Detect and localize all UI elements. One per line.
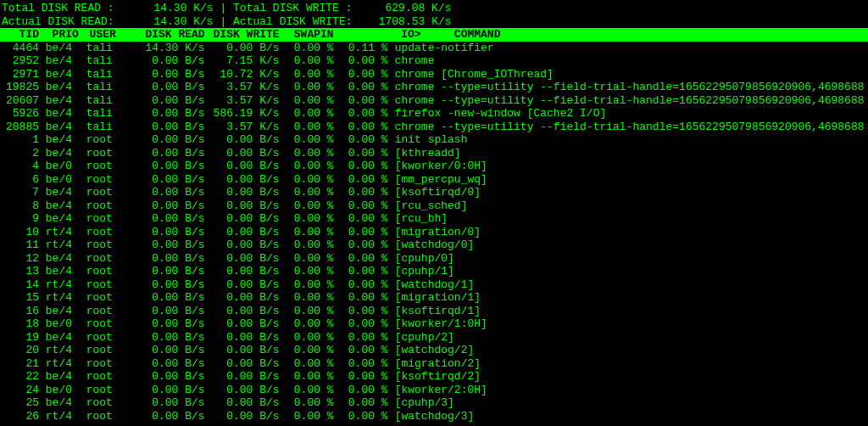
process-row[interactable]: 8 be/4 root0.00 B/s0.00 B/s0.00 %0.00 %[… <box>0 199 868 213</box>
cmd: [rcu_sched] <box>388 199 468 213</box>
col-swapin[interactable]: SWAPIN <box>280 28 334 42</box>
cmd: [migration/1] <box>388 291 481 305</box>
dr: 14.30 K/s <box>131 42 205 55</box>
process-row[interactable]: 15 rt/4 root0.00 B/s0.00 B/s0.00 %0.00 %… <box>0 291 868 305</box>
process-row[interactable]: 10 rt/4 root0.00 B/s0.00 B/s0.00 %0.00 %… <box>0 226 868 239</box>
dw: 10.72 K/s <box>205 68 280 81</box>
col-io-sorted[interactable]: IO> <box>367 28 421 42</box>
dr: 0.00 B/s <box>131 357 205 371</box>
sw: 0.00 % <box>280 81 334 94</box>
process-row[interactable]: 2971 be/4 tali0.00 B/s10.72 K/s0.00 %0.0… <box>0 68 868 81</box>
user: root <box>86 226 131 239</box>
process-row[interactable]: 13 be/4 root0.00 B/s0.00 B/s0.00 %0.00 %… <box>0 265 868 278</box>
io: 0.00 % <box>334 370 388 384</box>
process-row[interactable]: 25 be/4 root0.00 B/s0.00 B/s0.00 %0.00 %… <box>0 396 868 410</box>
io: 0.00 % <box>334 317 388 331</box>
io: 0.00 % <box>334 396 388 410</box>
col-disk-write[interactable]: DISK WRITE <box>205 28 280 42</box>
user: root <box>86 370 131 384</box>
prio: rt/4 <box>46 410 80 423</box>
tid: 12 <box>2 252 39 266</box>
sw: 0.00 % <box>280 54 334 68</box>
dw: 0.00 B/s <box>205 160 280 173</box>
io: 0.00 % <box>334 226 388 239</box>
process-row[interactable]: 19 be/4 root0.00 B/s0.00 B/s0.00 %0.00 %… <box>0 331 868 345</box>
sw: 0.00 % <box>280 226 334 239</box>
prio: rt/4 <box>46 291 80 305</box>
user: root <box>86 173 131 187</box>
prio: be/4 <box>46 121 80 134</box>
cmd: init splash <box>388 133 468 147</box>
cmd: [watchdog/2] <box>388 344 475 357</box>
process-row[interactable]: 2 be/4 root0.00 B/s0.00 B/s0.00 %0.00 %[… <box>0 147 868 160</box>
sw: 0.00 % <box>280 305 334 318</box>
process-row[interactable]: 12 be/4 root0.00 B/s0.00 B/s0.00 %0.00 %… <box>0 252 868 266</box>
process-row[interactable]: 20885 be/4 tali0.00 B/s3.57 K/s0.00 %0.0… <box>0 121 868 134</box>
user: root <box>86 384 131 397</box>
user: root <box>86 186 131 199</box>
process-row[interactable]: 11 rt/4 root0.00 B/s0.00 B/s0.00 %0.00 %… <box>0 238 868 252</box>
process-row[interactable]: 21 rt/4 root0.00 B/s0.00 B/s0.00 %0.00 %… <box>0 357 868 371</box>
col-tid[interactable]: TID <box>2 28 39 42</box>
process-row[interactable]: 22 be/4 root0.00 B/s0.00 B/s0.00 %0.00 %… <box>0 370 868 384</box>
cmd: [kthreadd] <box>388 147 461 160</box>
process-row[interactable]: 2952 be/4 tali0.00 B/s7.15 K/s0.00 %0.00… <box>0 54 868 68</box>
dw: 0.00 B/s <box>205 344 280 357</box>
process-row[interactable]: 4464 be/4 tali14.30 K/s0.00 B/s0.00 %0.1… <box>0 42 868 55</box>
sw: 0.00 % <box>280 133 334 147</box>
cmd: [cpuhp/3] <box>388 396 454 410</box>
process-row[interactable]: 20607 be/4 tali0.00 B/s3.57 K/s0.00 %0.0… <box>0 94 868 108</box>
prio: be/4 <box>46 252 80 266</box>
user: root <box>86 265 131 278</box>
sw: 0.00 % <box>280 212 334 226</box>
user: root <box>86 212 131 226</box>
col-prio[interactable]: PRIO <box>53 28 90 42</box>
dr: 0.00 B/s <box>131 81 205 94</box>
dw: 3.57 K/s <box>205 121 280 134</box>
dw: 0.00 B/s <box>205 133 280 147</box>
tid: 21 <box>2 357 39 371</box>
sw: 0.00 % <box>280 291 334 305</box>
process-row[interactable]: 5926 be/4 tali0.00 B/s586.19 K/s0.00 %0.… <box>0 107 868 121</box>
dr: 0.00 B/s <box>131 68 205 81</box>
user: root <box>86 238 131 252</box>
process-row[interactable]: 26 rt/4 root0.00 B/s0.00 B/s0.00 %0.00 %… <box>0 410 868 423</box>
dw: 0.00 B/s <box>205 384 280 397</box>
dw: 0.00 B/s <box>205 357 280 371</box>
io: 0.00 % <box>334 81 388 94</box>
process-row[interactable]: 20 rt/4 root0.00 B/s0.00 B/s0.00 %0.00 %… <box>0 344 868 357</box>
process-row[interactable]: 19825 be/4 tali0.00 B/s3.57 K/s0.00 %0.0… <box>0 81 868 94</box>
cmd: [ksoftirqd/0] <box>388 186 481 199</box>
prio: be/4 <box>46 68 80 81</box>
process-row[interactable]: 16 be/4 root0.00 B/s0.00 B/s0.00 %0.00 %… <box>0 305 868 318</box>
tid: 11 <box>2 238 39 252</box>
prio: be/4 <box>46 186 80 199</box>
process-row[interactable]: 1 be/4 root0.00 B/s0.00 B/s0.00 %0.00 %i… <box>0 133 868 147</box>
process-row[interactable]: 4 be/0 root0.00 B/s0.00 B/s0.00 %0.00 %[… <box>0 160 868 173</box>
user: tali <box>86 94 131 108</box>
process-row[interactable]: 6 be/0 root0.00 B/s0.00 B/s0.00 %0.00 %[… <box>0 173 868 187</box>
process-row[interactable]: 14 rt/4 root0.00 B/s0.00 B/s0.00 %0.00 %… <box>0 278 868 292</box>
prio: rt/4 <box>46 344 80 357</box>
user: tali <box>86 42 131 55</box>
user: root <box>86 133 131 147</box>
col-command[interactable]: COMMAND <box>448 28 501 42</box>
dr: 0.00 B/s <box>131 252 205 266</box>
process-list[interactable]: 4464 be/4 tali14.30 K/s0.00 B/s0.00 %0.1… <box>0 42 868 423</box>
process-row[interactable]: 9 be/4 root0.00 B/s0.00 B/s0.00 %0.00 %[… <box>0 212 868 226</box>
prio: be/4 <box>46 396 80 410</box>
prio: be/4 <box>46 370 80 384</box>
process-row[interactable]: 24 be/0 root0.00 B/s0.00 B/s0.00 %0.00 %… <box>0 384 868 397</box>
dr: 0.00 B/s <box>131 238 205 252</box>
col-user[interactable]: USER <box>90 28 134 42</box>
prio: be/4 <box>46 331 80 345</box>
col-disk-read[interactable]: DISK READ <box>134 28 205 42</box>
prio: be/0 <box>46 160 80 173</box>
cmd: [cpuhp/2] <box>388 331 454 345</box>
process-row[interactable]: 7 be/4 root0.00 B/s0.00 B/s0.00 %0.00 %[… <box>0 186 868 199</box>
prio: be/4 <box>46 133 80 147</box>
column-header-row[interactable]: TID PRIOUSERDISK READDISK WRITESWAPIN IO… <box>0 28 868 42</box>
tid: 20885 <box>2 121 39 134</box>
io: 0.00 % <box>334 331 388 345</box>
process-row[interactable]: 18 be/0 root0.00 B/s0.00 B/s0.00 %0.00 %… <box>0 317 868 331</box>
